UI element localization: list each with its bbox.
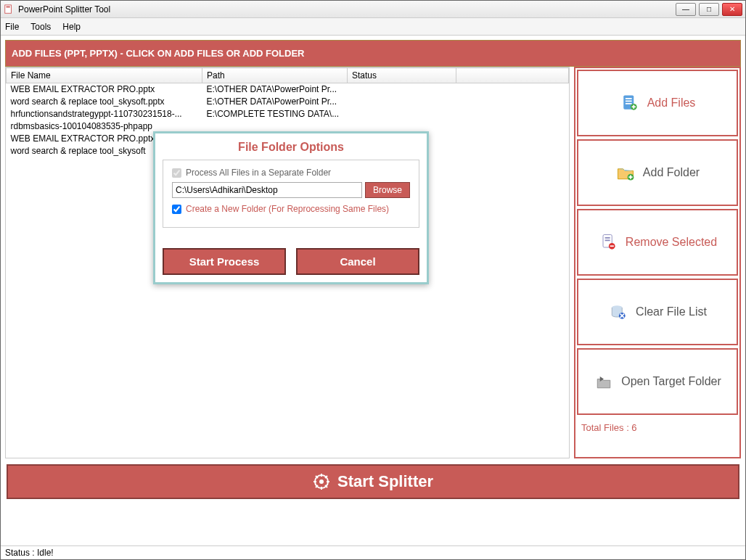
path-row: Browse — [172, 182, 410, 198]
svg-rect-1 — [7, 6, 10, 7]
remove-selected-label: Remove Selected — [626, 236, 717, 249]
cell-extra — [456, 145, 569, 157]
new-folder-label: Create a New Folder (For Reprocessing Sa… — [186, 204, 389, 214]
table-row[interactable]: WEB EMAIL EXTRACTOR PRO.pptxE:\OTHER DAT… — [7, 83, 569, 96]
start-splitter-button[interactable]: Start Splitter — [7, 464, 739, 499]
window-title: PowerPoint Splitter Tool — [18, 4, 676, 15]
instruction-banner: ADD FILES (PPT, PPTX) - CLICK ON ADD FIL… — [5, 40, 741, 67]
menu-help[interactable]: Help — [62, 22, 81, 32]
svg-point-20 — [319, 479, 324, 484]
add-folder-button[interactable]: Add Folder — [577, 139, 738, 206]
cell-file: hrfunctionsandstrategyppt-110730231518-.… — [7, 108, 202, 120]
dialog-title: File Folder Options — [163, 136, 419, 160]
table-row[interactable]: word search & replace tool_skysoft.pptxE… — [7, 96, 569, 108]
col-extra[interactable] — [456, 68, 569, 83]
add-files-icon — [620, 93, 640, 113]
minimize-button[interactable]: — — [676, 3, 696, 16]
col-file-name[interactable]: File Name — [7, 68, 202, 83]
clear-list-button[interactable]: Clear File List — [577, 279, 738, 345]
add-files-button[interactable]: Add Files — [577, 70, 738, 136]
col-path[interactable]: Path — [202, 68, 348, 83]
svg-rect-8 — [631, 106, 635, 107]
cell-extra — [456, 83, 569, 96]
cell-path: E:\OTHER DATA\PowerPoint Pr... — [202, 96, 348, 108]
dialog-buttons: Start Process Cancel — [155, 241, 427, 282]
cell-file: rdbmsbasics-100104083535-phpapp — [7, 120, 202, 133]
start-splitter-label: Start Splitter — [337, 472, 433, 491]
gear-icon — [313, 473, 330, 490]
svg-rect-4 — [626, 101, 632, 102]
window-controls: — □ ✕ — [676, 3, 742, 16]
remove-selected-button[interactable]: Remove Selected — [577, 209, 738, 276]
cancel-button[interactable]: Cancel — [296, 248, 419, 275]
app-icon — [4, 4, 14, 15]
new-folder-checkbox[interactable] — [172, 205, 181, 214]
content: ADD FILES (PPT, PPTX) - CLICK ON ADD FIL… — [1, 36, 745, 545]
cell-status — [348, 96, 456, 108]
clear-list-label: Clear File List — [636, 305, 707, 318]
menu-tools[interactable]: Tools — [30, 22, 51, 32]
process-all-label: Process All Files in a Separate Folder — [186, 168, 331, 178]
total-files-label: Total Files : 6 — [577, 418, 738, 437]
open-target-label: Open Target Folder — [621, 375, 721, 388]
svg-rect-5 — [626, 103, 632, 104]
cell-file: WEB EMAIL EXTRACTOR PRO.pptx — [7, 83, 202, 96]
process-all-checkbox[interactable] — [172, 168, 181, 178]
clear-icon — [608, 302, 628, 322]
browse-button[interactable]: Browse — [365, 182, 410, 198]
svg-rect-0 — [5, 4, 12, 12]
sidebar: Add Files Add Folder Remove Selected Cle… — [574, 67, 741, 458]
process-all-option[interactable]: Process All Files in a Separate Folder — [172, 168, 410, 178]
cell-path — [202, 120, 348, 133]
titlebar: PowerPoint Splitter Tool — □ ✕ — [1, 1, 745, 18]
open-target-button[interactable]: Open Target Folder — [577, 348, 738, 415]
statusbar: Status : Idle! — [1, 545, 745, 559]
dialog-options-box: Process All Files in a Separate Folder B… — [163, 160, 419, 228]
svg-rect-11 — [628, 176, 632, 178]
path-input[interactable] — [172, 182, 362, 198]
start-process-button[interactable]: Start Process — [163, 248, 286, 275]
app-window: PowerPoint Splitter Tool — □ ✕ File Tool… — [0, 0, 746, 560]
new-folder-option[interactable]: Create a New Folder (For Reprocessing Sa… — [172, 204, 410, 214]
cell-extra — [456, 120, 569, 133]
open-folder-icon — [594, 371, 614, 392]
cell-status — [348, 120, 456, 133]
svg-rect-3 — [626, 98, 632, 99]
cell-path: E:\OTHER DATA\PowerPoint Pr... — [202, 83, 348, 96]
cell-status — [348, 83, 456, 96]
cell-extra — [456, 133, 569, 145]
table-row[interactable]: hrfunctionsandstrategyppt-110730231518-.… — [7, 108, 569, 120]
table-row[interactable]: rdbmsbasics-100104083535-phpapp — [7, 120, 569, 133]
cell-file: word search & replace tool_skysoft.pptx — [7, 96, 202, 108]
maximize-button[interactable]: □ — [699, 3, 719, 16]
add-folder-label: Add Folder — [643, 166, 700, 179]
svg-rect-16 — [610, 245, 613, 247]
cell-path: E:\COMPLETE TESTING DATA\... — [202, 108, 348, 120]
cell-extra — [456, 108, 569, 120]
menu-file[interactable]: File — [5, 22, 19, 32]
add-folder-icon — [615, 162, 636, 183]
add-files-label: Add Files — [647, 96, 696, 110]
cell-extra — [456, 96, 569, 108]
cell-status — [348, 108, 456, 120]
svg-rect-14 — [604, 240, 610, 242]
col-status[interactable]: Status — [348, 68, 456, 83]
svg-rect-13 — [604, 237, 610, 239]
close-button[interactable]: ✕ — [722, 3, 742, 16]
remove-icon — [598, 232, 618, 252]
menubar: File Tools Help — [1, 18, 745, 36]
file-folder-options-dialog: File Folder Options Process All Files in… — [153, 131, 429, 284]
